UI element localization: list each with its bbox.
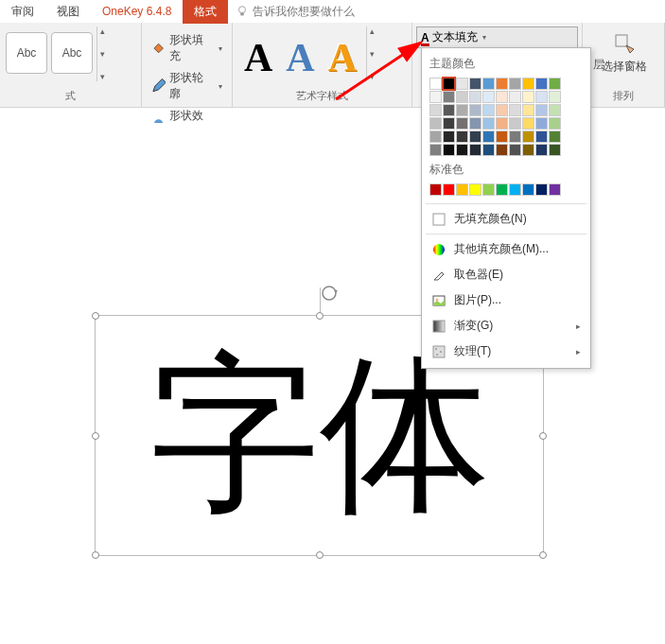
tab-onekey[interactable]: OneKey 6.4.8 [91,1,183,22]
theme-swatch[interactable] [496,91,508,103]
wordart-gallery-expand[interactable]: ▴▾▾ [366,26,379,81]
theme-swatch[interactable] [522,131,534,143]
shape-style-gallery-expand[interactable]: ▴▾▾ [96,26,110,81]
theme-swatch[interactable] [509,78,521,90]
theme-swatch[interactable] [482,131,495,143]
wordart-preset-2[interactable]: A [286,38,314,78]
standard-swatch[interactable] [443,183,455,196]
theme-swatch[interactable] [456,144,468,156]
theme-swatch[interactable] [429,91,442,103]
text-fill-button[interactable]: A 文本填充 ▾ [416,26,578,48]
theme-swatch[interactable] [535,91,548,103]
theme-swatch[interactable] [469,144,481,156]
theme-swatch[interactable] [549,104,561,116]
theme-swatch[interactable] [429,117,442,130]
tab-view[interactable]: 视图 [45,0,91,24]
theme-swatch[interactable] [429,144,442,156]
theme-swatch[interactable] [549,78,561,90]
standard-swatch[interactable] [549,183,561,196]
theme-swatch[interactable] [549,131,561,143]
select-pane-button[interactable]: 选择窗格 [602,59,647,75]
wordart-preset-1[interactable]: A [244,38,272,78]
theme-swatch[interactable] [496,104,508,116]
shape-style-preset-2[interactable]: Abc [51,32,93,74]
eyedropper-item[interactable]: 取色器(E) [422,262,590,287]
theme-swatch[interactable] [549,144,561,156]
wordart-preset-3[interactable]: A [328,38,357,78]
picture-fill-item[interactable]: 图片(P)... [422,287,590,313]
theme-swatch[interactable] [429,78,442,90]
theme-swatch[interactable] [496,144,508,156]
no-fill-item[interactable]: 无填充颜色(N) [422,206,590,232]
shape-outline-button[interactable]: 形状轮廓▾ [148,68,226,104]
theme-swatch[interactable] [535,104,548,116]
standard-swatch[interactable] [456,183,468,196]
theme-swatch[interactable] [443,131,455,143]
theme-swatch[interactable] [509,117,521,130]
standard-swatch[interactable] [509,183,521,196]
resize-handle-mr[interactable] [539,432,547,440]
theme-swatch[interactable] [429,131,442,143]
theme-swatch[interactable] [443,91,455,103]
resize-handle-tm[interactable] [316,312,324,320]
theme-swatch[interactable] [535,131,548,143]
theme-swatch[interactable] [549,117,561,130]
theme-swatch[interactable] [469,78,481,90]
rotate-handle[interactable] [320,284,339,303]
theme-swatch[interactable] [443,117,455,130]
theme-swatch[interactable] [535,78,548,90]
theme-swatch[interactable] [482,144,495,156]
resize-handle-br[interactable] [539,551,547,559]
standard-swatch[interactable] [522,183,534,196]
theme-swatch[interactable] [456,131,468,143]
standard-swatch[interactable] [535,183,548,196]
shape-style-preset-1[interactable]: Abc [6,32,47,74]
theme-swatch[interactable] [496,131,508,143]
shape-fill-button[interactable]: 形状填充▾ [148,30,226,66]
theme-swatch[interactable] [509,91,521,103]
more-colors-item[interactable]: 其他填充颜色(M)... [422,236,590,262]
theme-swatch[interactable] [522,104,534,116]
theme-swatch[interactable] [496,78,508,90]
theme-swatch[interactable] [456,78,468,90]
theme-swatch[interactable] [443,144,455,156]
theme-swatch[interactable] [456,91,468,103]
tab-format[interactable]: 格式 [183,0,228,24]
textbox-content[interactable]: 字体 [149,351,490,521]
theme-swatch[interactable] [522,91,534,103]
theme-swatch[interactable] [522,144,534,156]
theme-swatch[interactable] [456,104,468,116]
standard-swatch[interactable] [429,183,442,196]
theme-swatch[interactable] [535,117,548,130]
theme-swatch[interactable] [469,91,481,103]
resize-handle-bm[interactable] [316,551,324,559]
theme-swatch[interactable] [429,104,442,116]
theme-swatch[interactable] [535,144,548,156]
texture-fill-item[interactable]: 纹理(T) ▸ [422,339,590,364]
theme-swatch[interactable] [509,131,521,143]
theme-swatch[interactable] [469,131,481,143]
theme-swatch[interactable] [443,104,455,116]
theme-swatch[interactable] [469,104,481,116]
theme-swatch[interactable] [509,104,521,116]
standard-swatch[interactable] [496,183,508,196]
standard-swatch[interactable] [482,183,495,196]
theme-swatch[interactable] [469,117,481,130]
theme-swatch[interactable] [522,117,534,130]
theme-swatch[interactable] [482,91,495,103]
resize-handle-bl[interactable] [92,551,99,559]
theme-swatch[interactable] [509,144,521,156]
theme-swatch[interactable] [443,78,455,90]
theme-swatch[interactable] [482,104,495,116]
theme-swatch[interactable] [496,117,508,130]
resize-handle-tl[interactable] [92,312,99,320]
theme-swatch[interactable] [482,78,495,90]
theme-swatch[interactable] [482,117,495,130]
standard-swatch[interactable] [469,183,481,196]
theme-swatch[interactable] [456,117,468,130]
tab-review[interactable]: 审阅 [0,0,45,24]
gradient-fill-item[interactable]: 渐变(G) ▸ [422,313,590,339]
resize-handle-ml[interactable] [92,432,99,440]
theme-swatch[interactable] [549,91,561,103]
tell-me-search[interactable]: 告诉我你想要做什么 [236,4,355,20]
